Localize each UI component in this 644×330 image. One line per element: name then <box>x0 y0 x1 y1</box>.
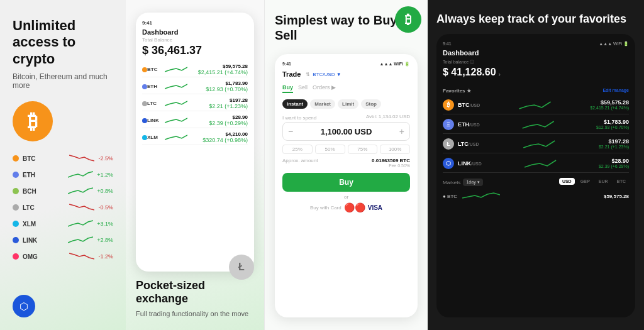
market-row-btc: ● BTC $59,575.28 <box>443 190 629 204</box>
panel2-subtitle: Full trading functionality on the move <box>136 310 254 317</box>
dark-row-link: ⬡ LINK/USD $28.90 $2.39 (+6.29%) <box>443 155 629 173</box>
crypto-change-eth: +1.2% <box>97 172 113 178</box>
crypto-change-bch: +0.8% <box>97 188 113 194</box>
order-instant[interactable]: Instant <box>282 99 308 109</box>
minus-btn[interactable]: − <box>288 126 293 136</box>
row-change-ltc: $2.21 (+1.23%) <box>209 103 248 109</box>
dark-coin-prices-btc: $59,575.28 $2,415.21 (+4.74%) <box>590 99 629 110</box>
dark-coin-info-ltc: LTC/USD <box>458 141 479 147</box>
order-limit[interactable]: Limit <box>338 99 358 109</box>
trade-amount[interactable]: 1,100.00 USD <box>321 127 372 136</box>
trade-pair[interactable]: BTC/USD ▼ <box>313 72 341 77</box>
crypto-name-ltc: LTC <box>23 204 35 211</box>
buy-button[interactable]: Buy <box>282 173 410 192</box>
market-btc-label: ● BTC <box>443 194 457 199</box>
btc-green-circle: ₿ <box>395 6 421 33</box>
panel1-title: Unlimited access to crypto <box>13 18 113 67</box>
dark-coin-chart-btc <box>484 99 586 111</box>
crypto-change-omg: -1.2% <box>98 253 113 260</box>
pct-100[interactable]: 100% <box>380 145 410 154</box>
fee-text: Fee 0.50% <box>372 163 410 168</box>
edit-manage-link[interactable]: Edit manage <box>602 88 629 94</box>
crypto-item-xlm: XLM +3.1% <box>13 217 113 231</box>
avbl-label: Avbl: 1,134.02 USD <box>366 114 410 119</box>
crypto-item-eth: ETH +1.2% <box>13 168 113 182</box>
dark-balance-label: Total balance ⓘ <box>443 59 629 65</box>
litecoin-badge: Ł <box>229 255 254 280</box>
row-price-eth: $1,783.90 <box>206 80 248 86</box>
pct-75[interactable]: 75% <box>348 145 378 154</box>
trade-signal: ▲▲▲ WiFi 🔋 <box>380 62 410 67</box>
row-change-link: $2.39 (+0.29%) <box>209 120 248 126</box>
phone-row-link: LINK $28.90 $2.39 (+0.29%) <box>142 113 248 128</box>
market-tab-usd[interactable]: USD <box>559 178 575 185</box>
row-name-btc: BTC <box>147 67 165 72</box>
row-price-xlm: $4,210.00 <box>203 131 248 137</box>
order-stop[interactable]: Stop <box>361 99 381 109</box>
dark-row-btc: ₿ BTC/USD $59,575.28 $2,415.21 (+4.74%) <box>443 96 629 114</box>
balance-arrow[interactable]: › <box>499 71 501 78</box>
market-btc-price: $59,575.28 <box>604 194 629 199</box>
tab-orders[interactable]: Orders ▶ <box>313 84 336 93</box>
row-name-eth: ETH <box>147 84 165 89</box>
phone-mockup-panel2: 9:41 Dashboard Total Balance $ 36,461.37… <box>136 13 254 272</box>
bitcoin-symbol: ₿ <box>28 110 38 133</box>
panel-track-favorites: Always keep track of your favorites 9:41… <box>428 0 644 330</box>
market-btc-sparkline <box>462 192 599 202</box>
dark-time: 9:41 <box>443 41 452 47</box>
dark-coin-rows: ₿ BTC/USD $59,575.28 $2,415.21 (+4.74%) … <box>443 96 629 173</box>
sparkline-ltc <box>69 202 94 212</box>
dark-row-eth: Ξ ETH/USD $1,783.90 $12.93 (+0.70%) <box>443 116 629 134</box>
timeframe-selector[interactable]: 1day ▾ <box>463 179 482 186</box>
trade-title: Trade <box>282 70 301 78</box>
percent-row: 25% 50% 75% 100% <box>282 145 410 154</box>
dark-coin-info-eth: ETH/USD <box>458 121 480 128</box>
pct-50[interactable]: 50% <box>315 145 345 154</box>
market-tab-eur[interactable]: EUR <box>596 178 611 185</box>
crypto-name-btc: BTC <box>23 155 36 162</box>
dark-icon-btc: ₿ <box>443 99 454 111</box>
plus-btn[interactable]: + <box>399 126 404 136</box>
pct-25[interactable]: 25% <box>282 145 313 154</box>
market-tab-btc[interactable]: BTC <box>614 178 629 185</box>
crypto-dot-eth <box>13 172 19 178</box>
dark-status-bar: 9:41 ▲▲▲ WiFi 🔋 <box>443 41 629 47</box>
order-types: Instant Market Limit Stop <box>282 99 410 109</box>
crypto-dot-ltc <box>13 204 19 211</box>
phone-row-eth: ETH $1,783.90 $12.93 (+0.70%) <box>142 79 248 94</box>
phone-balance-panel2: $ 36,461.37 <box>142 44 248 57</box>
bitcoin-icon-large: ₿ <box>13 101 53 141</box>
crypto-name-omg: OMG <box>23 253 38 260</box>
panel4-header: Always keep track of your favorites <box>436 13 635 26</box>
market-tab-gbp[interactable]: GBP <box>577 178 593 185</box>
sparkline-eth <box>68 170 93 180</box>
crypto-dot-omg <box>13 253 19 260</box>
trade-status-bar: 9:41 ▲▲▲ WiFi 🔋 <box>282 62 410 67</box>
dark-coin-prices-eth: $1,783.90 $12.93 (+0.70%) <box>596 119 629 129</box>
buy-with-card-text: Buy with Card <box>310 205 341 211</box>
panel2-text: Pocket-sized exchange Full trading funct… <box>136 279 254 317</box>
phone-title-panel2: Dashboard <box>142 28 248 36</box>
tab-sell[interactable]: Sell <box>298 84 308 93</box>
approx-label: Approx. amount <box>282 158 318 168</box>
card-row: Buy with Card 🔴🔴 VISA <box>282 202 410 212</box>
dot-btc <box>142 67 147 72</box>
row-chart-ltc <box>165 99 187 108</box>
crypto-dot-btc <box>13 155 19 162</box>
trade-sort-icon: ⇅ <box>306 72 310 77</box>
crypto-name-link: LINK <box>23 237 37 244</box>
row-name-link: LINK <box>147 118 165 123</box>
row-change-eth: $12.93 (+0.70%) <box>206 86 248 92</box>
crypto-item-link: LINK +2.8% <box>13 233 113 247</box>
tab-buy[interactable]: Buy <box>282 84 293 93</box>
row-change-xlm: $320.74 (+0.98%) <box>203 137 248 143</box>
crypto-name-bch: BCH <box>23 188 36 195</box>
dark-row-ltc: Ł LTC/USD $197.28 $2.21 (+1.23%) <box>443 135 629 153</box>
mastercard-icon: 🔴🔴 <box>344 202 365 212</box>
panel-unlimited-access: Unlimited access to crypto Bitcoin, Ethe… <box>0 0 126 330</box>
crypto-name-eth: ETH <box>23 172 35 179</box>
phone-row-xlm: XLM $4,210.00 $320.74 (+0.98%) <box>142 130 248 145</box>
dark-coin-prices-link: $28.90 $2.39 (+6.29%) <box>599 158 629 168</box>
sparkline-link <box>68 235 93 245</box>
order-market[interactable]: Market <box>310 99 335 109</box>
